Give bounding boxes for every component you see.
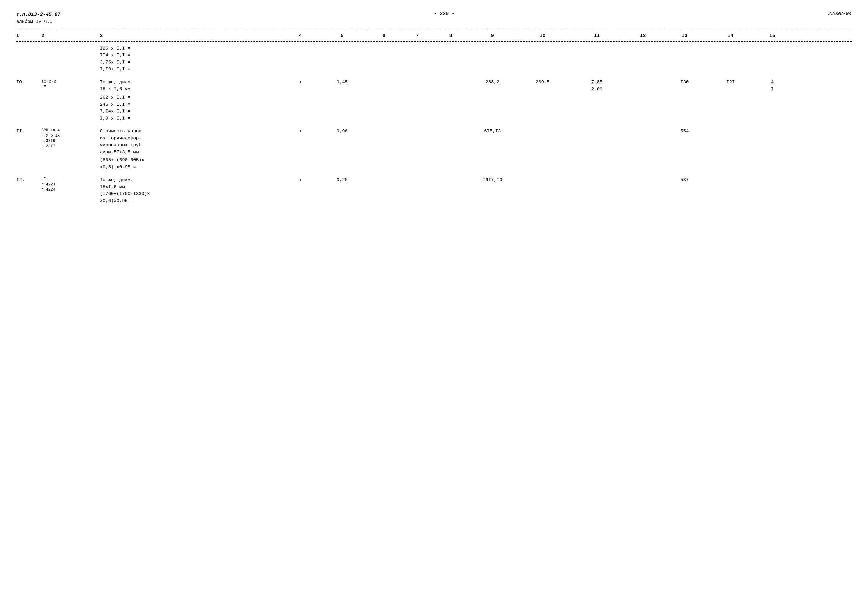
title-number: 813-2-45.87 [28,12,60,17]
row-10-desc: То же, диам. I8 x I,6 мм [100,79,284,93]
row-10-val14: I2I [710,79,751,86]
row-11-unit: т [284,128,317,135]
header-left: т.п.813-2-45.87 альбом IV ч.I [16,11,60,25]
row-12-desc-1: То же, диам. [100,177,284,183]
row-10: IO. I2-2-2 -"- То же, диам. I8 x I,6 мм … [16,78,852,94]
pre-row-desc: I25 x I,I = II4 x I,I = 3,75x I,I = I,I9… [100,45,284,73]
row-12-unit: т [284,177,317,183]
row-11-val13: 554 [659,128,710,135]
row-11-desc-2: из горячедефор- [100,135,284,142]
col-header-7: 7 [400,33,434,39]
row-12-val13: 537 [659,177,710,183]
col-header-11: II [568,33,626,39]
album-label: альбом IV ч.I [16,18,60,25]
column-header-row: I 2 3 4 5 6 7 8 9 IO II I2 I3 I4 I5 [16,32,852,39]
row-12-number: I2. [16,177,41,183]
row-11-sublines: (605+ (690-605)x x0,5) x0,95 = [16,156,852,171]
row-10-val15-top: 4 [771,79,773,86]
row-10-ref: I2-2-2 -"- [41,79,100,90]
row-12-group: I2. -"- п.4223 п.4224 То же, диам. I8хI,… [16,176,852,205]
row-11-number: II. [16,128,41,135]
row-12: I2. -"- п.4223 п.4224 То же, диам. I8хI,… [16,176,852,205]
row-11-ref-3: п.33I8 [41,138,100,144]
col-header-9: 9 [468,33,518,39]
col-header-14: I4 [710,33,751,39]
row-11-sub-1: (605+ (690-605)x [100,157,284,164]
row-12-ref-3: п.4224 [41,187,100,192]
row-12-desc-4: x0,6)x0,95 = [100,197,284,205]
row-10-desc-1: То же, диам. [100,79,284,86]
col-header-10: IO [518,33,568,39]
row-12-ref-1: -"- [41,177,100,182]
row-12-desc-2: I8хI,6 мм [100,183,284,191]
pre-subline-2: II4 x I,I = [100,52,284,59]
row-10-desc-2: I8 x I,6 мм [100,85,284,93]
row-10-val11-bot: 2,09 [591,86,603,93]
row-11-desc: Стоимость узлов из горячедефор- мированн… [100,128,284,155]
row-11-group: II. СРЦ гл.4 ч.У р.IX п.33I8 п.33I7 Стои… [16,127,852,171]
row-11-ref-2: ч.У р.IX [41,133,100,139]
row-10-val5: 0,45 [317,79,367,86]
header-bottom-rule [16,41,852,42]
col-header-6: 6 [367,33,401,39]
row-10-val15: 4 I [752,79,793,93]
row-10-sub-2: 245 x I,I = [100,101,284,108]
row-10-val11: 7,85 2,09 [568,79,626,93]
row-11-desc-4: диам.57х3,5 мм [100,149,284,156]
col-header-2: 2 [41,33,100,39]
col-header-3: 3 [100,33,284,39]
pre-row-group: I25 x I,I = II4 x I,I = 3,75x I,I = I,I9… [16,44,852,73]
col-header-15: I5 [752,33,793,39]
pre-row-sublines: I25 x I,I = II4 x I,I = 3,75x I,I = I,I9… [16,44,852,73]
row-10-val9: 288,2 [468,79,518,86]
row-11-desc-3: мированных труб [100,141,284,149]
table-body: I25 x I,I = II4 x I,I = 3,75x I,I = I,I9… [16,44,852,205]
col-header-13: I3 [659,33,710,39]
row-11-val5: 0,90 [317,128,367,135]
title-code: т.п.813-2-45.87 [16,11,60,18]
pre-subline-4: I,I9x I,I = [100,66,284,73]
document-code: 22698-04 [828,11,852,16]
row-11-ref: СРЦ гл.4 ч.У р.IX п.33I8 п.33I7 [41,128,100,149]
row-11-val9: 6I5,I3 [468,128,518,135]
row-10-sub-3: 7,I4x I,I = [100,108,284,115]
pre-subline-3: 3,75x I,I = [100,59,284,66]
col-header-1: I [16,33,41,39]
row-10-group: IO. I2-2-2 -"- То же, диам. I8 x I,6 мм … [16,78,852,123]
row-12-desc: То же, диам. I8хI,6 мм (I760+(I780-I330)… [100,177,284,204]
col-header-5: 5 [317,33,367,39]
top-dashed-rule [16,29,852,30]
row-10-val13: I30 [659,79,710,86]
row-10-fraction-15: 4 I [771,79,773,93]
row-10-val15-bot: I [771,86,773,93]
row-12-ref-2: п.4223 [41,182,100,187]
pre-subline-1: I25 x I,I = [100,45,284,52]
page-header: т.п.813-2-45.87 альбом IV ч.I - 220 - 22… [16,11,852,25]
row-10-sub-1: 262 x I,I = [100,94,284,101]
row-10-sub-4: I,9 x I,I = [100,115,284,122]
row-11-ref-1: СРЦ гл.4 [41,128,100,133]
row-12-val5: 0,28 [317,177,367,183]
row-10-ref-2: -"- [41,84,100,90]
page-number: - 220 - [434,11,455,16]
row-11-sub-2: x0,5) x0,95 = [100,164,284,171]
row-10-unit: т [284,79,317,86]
row-11-sub: (605+ (690-605)x x0,5) x0,95 = [100,157,284,171]
col-header-12: I2 [626,33,660,39]
row-12-desc-3: (I760+(I780-I330)x [100,190,284,197]
title-prefix: т.п. [16,12,28,17]
row-11: II. СРЦ гл.4 ч.У р.IX п.33I8 п.33I7 Стои… [16,127,852,156]
row-12-ref: -"- п.4223 п.4224 [41,177,100,192]
row-10-ref-1: I2-2-2 [41,79,100,84]
row-10-val10: 269,5 [518,79,568,86]
row-10-sublines: 262 x I,I = 245 x I,I = 7,I4x I,I = I,9 … [16,93,852,122]
row-11-ref-4: п.33I7 [41,144,100,149]
row-11-desc-1: Стоимость узлов [100,128,284,135]
row-10-val11-top: 7,85 [591,79,603,86]
row-10-sub: 262 x I,I = 245 x I,I = 7,I4x I,I = I,9 … [100,94,284,122]
row-10-fraction: 7,85 2,09 [591,79,603,93]
col-header-4: 4 [284,33,317,39]
row-10-number: IO. [16,79,41,86]
row-12-val9: I9I7,IO [468,177,518,183]
col-header-8: 8 [434,33,468,39]
